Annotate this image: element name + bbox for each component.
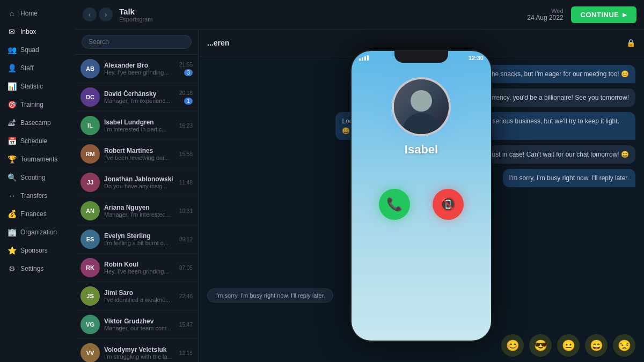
date-display: Wed 24 Aug 2022	[527, 8, 563, 21]
quick-reply-button[interactable]: I'm sorry, I'm busy right now. I'll repl…	[207, 289, 333, 302]
sidebar-label-home: Home	[20, 10, 38, 17]
decline-call-button[interactable]: 📵	[433, 189, 464, 220]
search-input[interactable]	[82, 35, 192, 49]
training-icon: 🎯	[8, 100, 16, 109]
topbar-title: Talk Esportsgram	[119, 7, 527, 23]
sidebar-item-scouting[interactable]: 🔍Scouting	[0, 168, 75, 187]
chat-preview: Manager, I'm interested...	[104, 211, 175, 218]
navigation-buttons: ‹ ›	[83, 8, 113, 21]
sidebar-label-organization: Organization	[20, 228, 57, 236]
chat-info: Volodymyr Veletsiuk I'm struggling with …	[104, 346, 175, 360]
chat-meta: 07:05	[179, 265, 193, 271]
chat-preview: I've identified a weakne...	[104, 297, 175, 303]
caller-avatar	[392, 77, 451, 136]
chat-avatar: JS	[80, 286, 100, 306]
sidebar-item-inbox[interactable]: ✉Inbox	[0, 23, 75, 41]
accept-call-button[interactable]: 📞	[379, 189, 410, 220]
sidebar-item-finances[interactable]: 💰Finances	[0, 205, 75, 223]
emoji-button[interactable]: 😐	[557, 334, 580, 357]
section-title: Talk	[119, 7, 527, 16]
chat-name: Ariana Nguyen	[104, 204, 175, 211]
chat-time: 09:12	[179, 237, 193, 242]
search-bar	[75, 29, 198, 55]
sidebar-label-basecamp: Basecamp	[20, 119, 51, 127]
chat-list-item[interactable]: DC David Čerhánsky Manager, I'm experien…	[75, 83, 198, 112]
sidebar-item-settings[interactable]: ⚙Settings	[0, 260, 75, 278]
scouting-icon: 🔍	[8, 173, 16, 182]
sidebar-item-tournaments[interactable]: 🏆Tournaments	[0, 150, 75, 168]
chat-list-item[interactable]: JS Jimi Saro I've identified a weakne...…	[75, 282, 198, 311]
sidebar-item-home[interactable]: ⌂Home	[0, 4, 75, 23]
forward-button[interactable]: ›	[99, 8, 113, 21]
sidebar-item-squad[interactable]: 👥Squad	[0, 41, 75, 59]
unread-badge: 3	[184, 69, 193, 76]
chat-avatar: AN	[80, 201, 100, 220]
chat-list-item[interactable]: AN Ariana Nguyen Manager, I'm interested…	[75, 197, 198, 225]
schedule-icon: 📅	[8, 137, 16, 145]
chat-info: Isabel Lundgren I'm interested in partic…	[104, 119, 175, 132]
chat-info: Robert Martines I've been reviewing our.…	[104, 147, 175, 161]
chat-preview: Hey, I've been grinding...	[104, 268, 175, 275]
basecamp-icon: 🏕	[8, 119, 16, 127]
chat-time: 15:58	[179, 151, 193, 157]
chat-avatar: VV	[80, 343, 100, 362]
chat-avatar: IL	[80, 116, 100, 135]
chat-list-item[interactable]: RM Robert Martines I've been reviewing o…	[75, 140, 198, 168]
chat-preview: I'm interested in partic...	[104, 126, 175, 132]
sidebar-item-schedule[interactable]: 📅Schedule	[0, 132, 75, 150]
chat-info: Ariana Nguyen Manager, I'm interested...	[104, 204, 175, 218]
staff-icon: 👤	[8, 64, 16, 72]
sidebar-label-settings: Settings	[20, 265, 43, 272]
sponsors-icon: ⭐	[8, 246, 16, 255]
sidebar-item-sponsors[interactable]: ⭐Sponsors	[0, 241, 75, 260]
call-actions: 📞 📵	[352, 189, 491, 220]
chat-time: 20:18	[179, 90, 193, 96]
sidebar-label-training: Training	[20, 101, 43, 108]
chat-info: David Čerhánsky Manager, I'm experienc..…	[104, 90, 175, 104]
chat-list-item[interactable]: AB Alexander Bro Hey, I've been grinding…	[75, 55, 198, 83]
chat-list-item[interactable]: RK Robin Koul Hey, I've been grinding...…	[75, 254, 198, 282]
chat-list-item[interactable]: VG Viktor Grudzhev Manager, our team com…	[75, 311, 198, 339]
sidebar: ⌂Home✉Inbox👥Squad👤Staff📊Statistic🎯Traini…	[0, 0, 75, 362]
sidebar-item-training[interactable]: 🎯Training	[0, 95, 75, 114]
finances-icon: 💰	[8, 210, 16, 218]
chat-list-item[interactable]: ES Evelyn Sterling I'm feeling a bit bur…	[75, 225, 198, 254]
chat-preview: I'm feeling a bit burnt o...	[104, 240, 175, 246]
chat-list-item[interactable]: VV Volodymyr Veletsiuk I'm struggling wi…	[75, 339, 198, 362]
sidebar-item-staff[interactable]: 👤Staff	[0, 59, 75, 77]
chat-info: Jonathan Jablonowski Do you have any ins…	[104, 175, 175, 189]
phone-overlay: 🔋 12:30 Isabel 📞 📵	[352, 51, 491, 341]
sidebar-item-organization[interactable]: 🏢Organization	[0, 223, 75, 241]
phone-notch	[394, 51, 448, 63]
sidebar-label-inbox: Inbox	[20, 28, 36, 35]
sidebar-item-transfers[interactable]: ↔Transfers	[0, 187, 75, 205]
main-area: ‹ › Talk Esportsgram Wed 24 Aug 2022 CON…	[75, 0, 644, 362]
chat-list-item[interactable]: IL Isabel Lundgren I'm interested in par…	[75, 112, 198, 140]
chat-list: AB Alexander Bro Hey, I've been grinding…	[75, 29, 199, 362]
chat-conversation: ...eren 🔒 Haha, no promises on the snack…	[199, 29, 644, 362]
chat-preview: Manager, I'm experienc...	[104, 98, 175, 104]
chat-avatar: JJ	[80, 173, 100, 192]
emoji-button[interactable]: 😒	[613, 334, 635, 357]
sidebar-item-basecamp[interactable]: 🏕Basecamp	[0, 114, 75, 132]
chat-list-item[interactable]: JJ Jonathan Jablonowski Do you have any …	[75, 168, 198, 197]
emoji-button[interactable]: 😎	[529, 334, 552, 357]
emoji-button[interactable]: 😄	[585, 334, 608, 357]
sidebar-item-statistic[interactable]: 📊Statistic	[0, 77, 75, 95]
continue-button[interactable]: CONTINUE	[571, 6, 636, 23]
section-subtitle: Esportsgram	[119, 16, 527, 23]
sidebar-label-staff: Staff	[20, 64, 33, 72]
chat-avatar: RK	[80, 258, 100, 277]
chat-time: 21:55	[179, 62, 193, 68]
chat-meta: 15:47	[179, 322, 193, 328]
sidebar-label-statistic: Statistic	[20, 83, 43, 90]
phone-screen: 🔋 12:30 Isabel 📞 📵	[352, 51, 491, 341]
message-bubble: I'm sorry, I'm busy right now. I'll repl…	[503, 169, 635, 187]
chat-name: Robin Koul	[104, 261, 175, 268]
conversation-contact-name: ...eren	[207, 39, 621, 47]
sidebar-label-scouting: Scouting	[20, 174, 46, 181]
caller-avatar-inner	[394, 79, 449, 134]
emoji-button[interactable]: 😊	[501, 334, 524, 357]
chat-time: 16:23	[179, 123, 193, 129]
back-button[interactable]: ‹	[83, 8, 97, 21]
